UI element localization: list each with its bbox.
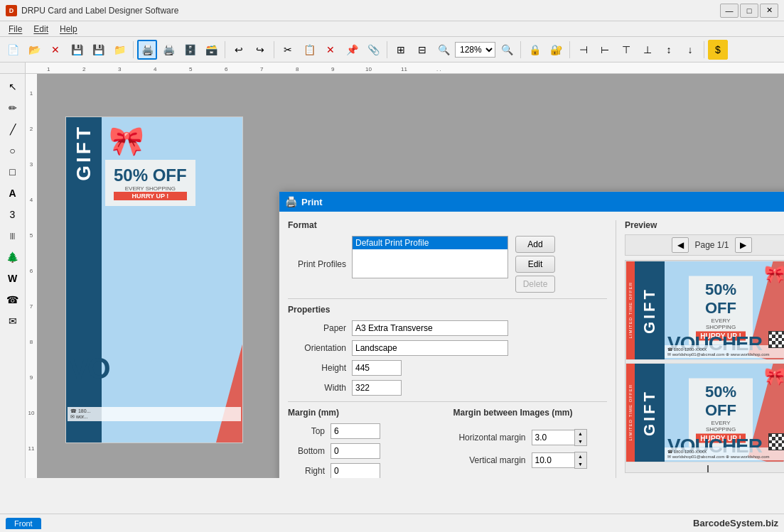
tool-rect[interactable]: □ bbox=[3, 162, 23, 182]
tb-align-right[interactable]: ⊢ bbox=[595, 40, 615, 60]
tb-paste[interactable]: 📌 bbox=[342, 40, 362, 60]
arrow-head bbox=[702, 472, 714, 473]
tb-align[interactable]: ⊞ bbox=[391, 40, 411, 60]
svg-text:1: 1 bbox=[47, 66, 50, 72]
front-tab[interactable]: Front bbox=[6, 518, 41, 529]
horizontal-spinner-buttons: ▲ ▼ bbox=[574, 429, 587, 446]
margin-bottom-row: Bottom bbox=[288, 443, 442, 459]
tb-sep-4 bbox=[387, 41, 387, 58]
zoom-control[interactable]: 128% 100% 75% 50% 150% bbox=[455, 42, 495, 58]
next-page-button[interactable]: ▶ bbox=[735, 237, 752, 253]
height-label: Height bbox=[288, 363, 352, 373]
tb-close-file[interactable]: ✕ bbox=[45, 40, 65, 60]
offer-pct-1: 50% OFF bbox=[696, 281, 746, 317]
voucher-right-1: 🎀 50% OFF EVERY SHOPPING HURRY UP ! VOUC… bbox=[665, 261, 784, 359]
horizontal-spinner-up[interactable]: ▲ bbox=[575, 430, 586, 438]
tb-grid[interactable]: ⊟ bbox=[412, 40, 432, 60]
tb-zoom-in-icon[interactable]: 🔍 bbox=[434, 40, 453, 60]
horizontal-ruler: // ruler ticks drawn by JS below 1 2 3 4… bbox=[26, 63, 784, 74]
voucher-left-2: GIFT bbox=[635, 364, 665, 462]
margins-section: Margin (mm) Top Bottom Right bbox=[288, 408, 607, 478]
width-input[interactable] bbox=[352, 380, 402, 396]
tb-save-as[interactable]: 💾 bbox=[88, 40, 108, 60]
right-input[interactable] bbox=[331, 463, 380, 478]
tb-undo[interactable]: ↩ bbox=[229, 40, 249, 60]
tool-select[interactable]: ↖ bbox=[3, 77, 23, 97]
tool-line[interactable]: ╱ bbox=[3, 119, 23, 139]
tb-cut[interactable]: ✂ bbox=[278, 40, 298, 60]
minimize-button[interactable]: — bbox=[720, 4, 739, 18]
tb-folder[interactable]: 📁 bbox=[109, 40, 129, 60]
tb-zoom-out[interactable]: 🔍 bbox=[497, 40, 517, 60]
section-divider-1 bbox=[288, 298, 607, 299]
maximize-button[interactable]: □ bbox=[740, 4, 758, 18]
tb-redo[interactable]: ↪ bbox=[250, 40, 270, 60]
tb-new[interactable]: 📄 bbox=[3, 40, 23, 60]
print-profiles-list[interactable]: Default Print Profile bbox=[352, 236, 508, 278]
vertical-spinner-down[interactable]: ▼ bbox=[575, 460, 586, 468]
add-profile-button[interactable]: Add bbox=[515, 236, 555, 253]
tool-tree[interactable]: 🌲 bbox=[3, 247, 23, 267]
height-input[interactable] bbox=[352, 360, 402, 376]
tb-lock2[interactable]: 🔐 bbox=[546, 40, 566, 60]
tb-sep-3 bbox=[274, 41, 274, 58]
tb-lock[interactable]: 🔒 bbox=[525, 40, 544, 60]
orientation-input[interactable] bbox=[352, 340, 508, 356]
top-input[interactable] bbox=[331, 423, 380, 439]
close-button[interactable]: ✕ bbox=[760, 4, 778, 18]
dialog-body: Format Print Profiles Default Print Prof… bbox=[279, 212, 784, 478]
height-row: Height bbox=[288, 360, 607, 376]
tb-db2[interactable]: 🗃️ bbox=[201, 40, 221, 60]
tool-barcode[interactable]: ||| bbox=[3, 226, 23, 246]
arrow-indicator bbox=[625, 465, 784, 473]
vertical-spinner-up[interactable]: ▲ bbox=[575, 452, 586, 460]
tb-copy[interactable]: 📋 bbox=[299, 40, 319, 60]
width-row: Width bbox=[288, 380, 607, 396]
tool-phone[interactable]: ☎ bbox=[3, 290, 23, 310]
preview-navigation: ◀ Page 1/1 ▶ bbox=[625, 234, 784, 256]
edit-profile-button[interactable]: Edit bbox=[515, 256, 555, 273]
menu-file[interactable]: File bbox=[3, 23, 28, 36]
svg-text:4: 4 bbox=[154, 66, 157, 72]
svg-text:6: 6 bbox=[225, 66, 228, 72]
tool-pencil[interactable]: ✏ bbox=[3, 98, 23, 118]
svg-text:8: 8 bbox=[30, 339, 33, 345]
voucher-right-2: 🎀 50% OFF EVERY SHOPPING HURRY UP ! VOUC… bbox=[665, 364, 784, 462]
tb-print[interactable]: 🖨️ bbox=[137, 40, 157, 60]
bottom-input[interactable] bbox=[331, 443, 380, 459]
canvas-card: GIFT 🎀 50% OFF EVERY SHOPPING HURRY UP !… bbox=[65, 116, 243, 443]
tb-dollar[interactable]: $ bbox=[708, 40, 728, 60]
tb-align-bottom[interactable]: ↕ bbox=[659, 40, 679, 60]
horizontal-spinner-down[interactable]: ▼ bbox=[575, 438, 586, 445]
menu-help[interactable]: Help bbox=[54, 23, 83, 36]
margin-right-row: Right bbox=[288, 463, 442, 478]
tb-db[interactable]: 🗄️ bbox=[180, 40, 200, 60]
top-label: Top bbox=[288, 426, 331, 436]
vertical-margin-input[interactable] bbox=[532, 452, 574, 468]
tb-save[interactable]: 💾 bbox=[67, 40, 87, 60]
tool-3[interactable]: 3 bbox=[3, 205, 23, 224]
menu-edit[interactable]: Edit bbox=[28, 23, 54, 36]
tb-align-left[interactable]: ⊣ bbox=[574, 40, 594, 60]
svg-text:11: 11 bbox=[28, 445, 35, 452]
tb-align-top[interactable]: ⊤ bbox=[616, 40, 636, 60]
zoom-select[interactable]: 128% 100% 75% 50% 150% bbox=[455, 42, 495, 58]
prev-page-button[interactable]: ◀ bbox=[672, 237, 689, 253]
tool-shape[interactable]: W bbox=[3, 268, 23, 288]
tool-ellipse[interactable]: ○ bbox=[3, 141, 23, 161]
tool-text[interactable]: A bbox=[3, 183, 23, 203]
properties-section-title: Properties bbox=[288, 305, 607, 315]
qr-code-2 bbox=[768, 433, 784, 450]
tb-arrow-down[interactable]: ↓ bbox=[680, 40, 700, 60]
paper-input[interactable] bbox=[352, 320, 508, 336]
tb-distribute[interactable]: ⊥ bbox=[638, 40, 657, 60]
default-profile-item[interactable]: Default Print Profile bbox=[353, 237, 508, 249]
tool-email[interactable]: ✉ bbox=[3, 311, 23, 331]
tb-paste2[interactable]: 📎 bbox=[363, 40, 383, 60]
tb-delete[interactable]: ✕ bbox=[321, 40, 340, 60]
delete-profile-button[interactable]: Delete bbox=[515, 276, 555, 293]
offer-sub-2: EVERY SHOPPING bbox=[696, 420, 746, 433]
tb-open[interactable]: 📂 bbox=[24, 40, 44, 60]
horizontal-margin-input[interactable] bbox=[532, 430, 574, 445]
tb-print2[interactable]: 🖨️ bbox=[159, 40, 178, 60]
